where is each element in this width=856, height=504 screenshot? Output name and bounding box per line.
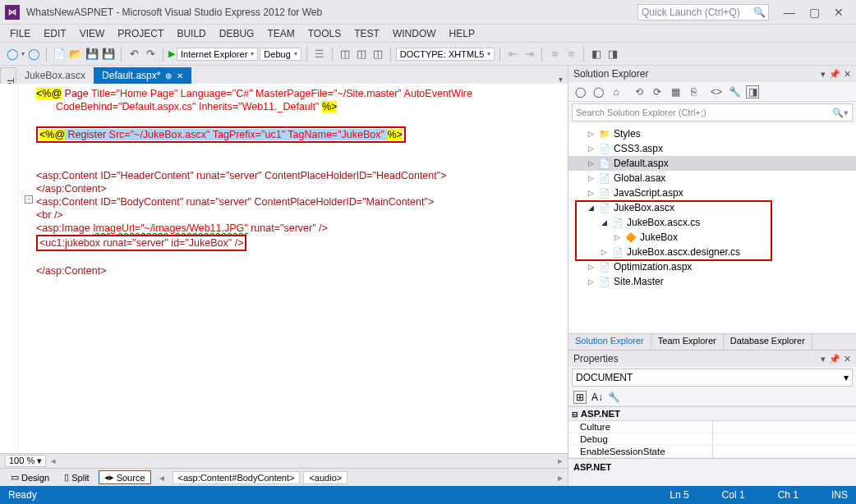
prop-enablesession[interactable]: EnableSessionState bbox=[568, 446, 712, 457]
save-icon[interactable]: 💾 bbox=[85, 47, 99, 62]
menu-test[interactable]: TEST bbox=[347, 26, 386, 41]
editor-tabs: JukeBox.ascx Default.aspx* ⊕ ✕ ▾ bbox=[0, 66, 568, 84]
pin-icon[interactable]: 📌 bbox=[829, 354, 840, 364]
pin-icon[interactable]: ⊕ bbox=[165, 71, 172, 80]
redo-icon[interactable]: ↷ bbox=[143, 47, 158, 62]
se-copy-icon[interactable]: ⎘ bbox=[687, 85, 700, 99]
view-split-button[interactable]: ▯ Split bbox=[58, 470, 94, 484]
ext3-icon[interactable]: ◫ bbox=[354, 47, 369, 62]
css-skin-icon[interactable]: ◧ bbox=[589, 47, 604, 62]
se-prop-icon[interactable]: 🔧 bbox=[728, 85, 741, 99]
menu-tools[interactable]: TOOLS bbox=[301, 26, 347, 41]
se-showall-icon[interactable]: ▦ bbox=[669, 85, 682, 99]
window-title: WhatsNewASPNET - Microsoft Visual Studio… bbox=[26, 7, 637, 18]
tree-item[interactable]: ◢📄JukeBox.ascx bbox=[568, 200, 856, 215]
tree-item[interactable]: ▷📄Optimization.aspx bbox=[568, 259, 856, 274]
se-sync-icon[interactable]: ⟳ bbox=[651, 85, 664, 99]
config-combo[interactable]: Debug bbox=[260, 48, 301, 61]
se-home-icon[interactable]: ⌂ bbox=[610, 85, 623, 99]
zoom-combo[interactable]: 100 % ▾ bbox=[5, 455, 46, 467]
tree-item[interactable]: ▷📄Site.Master bbox=[568, 274, 856, 289]
properties-object-combo[interactable]: DOCUMENT▾ bbox=[572, 369, 853, 387]
menubar: FILE EDIT VIEW PROJECT BUILD DEBUG TEAM … bbox=[0, 25, 856, 43]
open-icon[interactable]: 📂 bbox=[68, 47, 83, 62]
tab-jukebox[interactable]: JukeBox.ascx bbox=[16, 67, 94, 84]
collapse-icon[interactable]: − bbox=[25, 195, 33, 204]
solution-explorer-toolbar: ◯ ◯ ⌂ ⟲ ⟳ ▦ ⎘ <> 🔧 ◨ bbox=[568, 82, 856, 102]
tree-item[interactable]: ▷📄JavaScript.aspx bbox=[568, 186, 856, 200]
close-panel-icon[interactable]: ✕ bbox=[844, 354, 851, 364]
tab-solution-explorer[interactable]: Solution Explorer bbox=[568, 334, 651, 350]
menu-edit[interactable]: EDIT bbox=[37, 26, 72, 41]
menu-help[interactable]: HELP bbox=[443, 26, 481, 41]
undo-icon[interactable]: ↶ bbox=[127, 47, 141, 62]
solution-explorer-search[interactable]: Search Solution Explorer (Ctrl+;) 🔍▾ bbox=[572, 103, 853, 121]
breadcrumb-audio[interactable]: <audio> bbox=[303, 471, 347, 484]
prop-debug[interactable]: Debug bbox=[568, 433, 712, 445]
menu-project[interactable]: PROJECT bbox=[111, 26, 170, 41]
tree-item[interactable]: ▷📄Default.aspx bbox=[568, 156, 856, 171]
menu-window[interactable]: WINDOW bbox=[386, 26, 443, 41]
uncomment-icon[interactable]: ≡ bbox=[564, 47, 578, 62]
quick-launch-input[interactable]: Quick Launch (Ctrl+Q) 🔍 bbox=[637, 4, 769, 21]
menu-build[interactable]: BUILD bbox=[170, 26, 212, 41]
alpha-icon[interactable]: A↓ bbox=[591, 392, 603, 403]
code-token: <%@ bbox=[36, 88, 62, 99]
browser-combo[interactable]: Internet Explorer bbox=[177, 48, 258, 61]
prop-page-icon[interactable]: 🔧 bbox=[608, 392, 620, 403]
prop-culture[interactable]: Culture bbox=[568, 421, 712, 433]
tree-item[interactable]: ▷🔶JukeBox bbox=[568, 230, 856, 245]
se-fwd-icon[interactable]: ◯ bbox=[591, 85, 605, 99]
search-icon: 🔍▾ bbox=[832, 108, 849, 118]
se-prop2-icon[interactable]: ◨ bbox=[746, 85, 759, 99]
ext2-icon[interactable]: ◫ bbox=[338, 47, 352, 62]
css-style-icon[interactable]: ◨ bbox=[605, 47, 620, 62]
nav-fwd-icon[interactable]: ◯ bbox=[26, 47, 41, 62]
status-col: Col 1 bbox=[722, 489, 745, 501]
minimize-button[interactable]: — bbox=[777, 6, 802, 19]
run-icon[interactable]: ▶ bbox=[168, 48, 175, 59]
se-code-icon[interactable]: <> bbox=[710, 85, 723, 99]
view-design-button[interactable]: ▭ Design bbox=[5, 470, 55, 484]
view-source-button[interactable]: ◂▸ Source bbox=[99, 470, 151, 484]
close-tab-icon[interactable]: ✕ bbox=[177, 71, 183, 80]
nav-back-icon[interactable]: ◯ bbox=[5, 47, 20, 62]
categorized-icon[interactable]: ⊞ bbox=[573, 391, 587, 404]
dropdown-icon[interactable]: ▾ bbox=[821, 69, 826, 80]
menu-file[interactable]: FILE bbox=[3, 26, 37, 41]
close-button[interactable]: ✕ bbox=[826, 6, 851, 19]
tree-item[interactable]: ▷📄JukeBox.ascx.designer.cs bbox=[568, 245, 856, 259]
status-ready: Ready bbox=[8, 489, 37, 501]
restore-button[interactable]: ▢ bbox=[802, 6, 826, 19]
code-editor[interactable]: <%@ Page Title="Home Page" Language="C#"… bbox=[0, 84, 568, 453]
doctype-combo[interactable]: DOCTYPE: XHTML5 bbox=[396, 48, 495, 61]
tree-item[interactable]: ▷📁Styles bbox=[568, 126, 856, 141]
zoom-bar: 100 % ▾ ◂ ▸ bbox=[0, 453, 568, 468]
new-project-icon[interactable]: 📄 bbox=[52, 47, 67, 62]
tree-item[interactable]: ▷📄CSS3.aspx bbox=[568, 141, 856, 156]
tab-database-explorer[interactable]: Database Explorer bbox=[724, 334, 812, 350]
titlebar: ⋈ WhatsNewASPNET - Microsoft Visual Stud… bbox=[0, 0, 856, 25]
dropdown-icon[interactable]: ▾ bbox=[821, 354, 826, 364]
breadcrumb-content[interactable]: <asp:Content#BodyContent> bbox=[173, 471, 301, 484]
close-panel-icon[interactable]: ✕ bbox=[844, 69, 851, 80]
tab-team-explorer[interactable]: Team Explorer bbox=[651, 334, 724, 350]
menu-team[interactable]: TEAM bbox=[260, 26, 301, 41]
indent-right-icon[interactable]: ⇥ bbox=[522, 47, 536, 62]
ext1-icon[interactable]: ☰ bbox=[312, 47, 327, 62]
se-refresh-icon[interactable]: ⟲ bbox=[633, 85, 646, 99]
tab-overflow-icon[interactable]: ▾ bbox=[559, 75, 568, 84]
tab-default-aspx[interactable]: Default.aspx* ⊕ ✕ bbox=[94, 67, 191, 84]
comment-icon[interactable]: ≡ bbox=[547, 47, 562, 62]
tree-item[interactable]: ▷📄Global.asax bbox=[568, 171, 856, 186]
pin-icon[interactable]: 📌 bbox=[829, 69, 840, 80]
indent-left-icon[interactable]: ⇤ bbox=[505, 47, 520, 62]
properties-grid[interactable]: ⊟ ASP.NET Culture Debug EnableSessionSta… bbox=[568, 406, 856, 458]
se-back-icon[interactable]: ◯ bbox=[573, 85, 587, 99]
save-all-icon[interactable]: 💾 bbox=[101, 47, 116, 62]
tree-item[interactable]: ◢📄JukeBox.ascx.cs bbox=[568, 215, 856, 230]
menu-debug[interactable]: DEBUG bbox=[213, 26, 261, 41]
menu-view[interactable]: VIEW bbox=[73, 26, 112, 41]
ext4-icon[interactable]: ◫ bbox=[370, 47, 385, 62]
solution-tree[interactable]: ▷📁Styles▷📄CSS3.aspx▷📄Default.aspx▷📄Globa… bbox=[568, 123, 856, 333]
